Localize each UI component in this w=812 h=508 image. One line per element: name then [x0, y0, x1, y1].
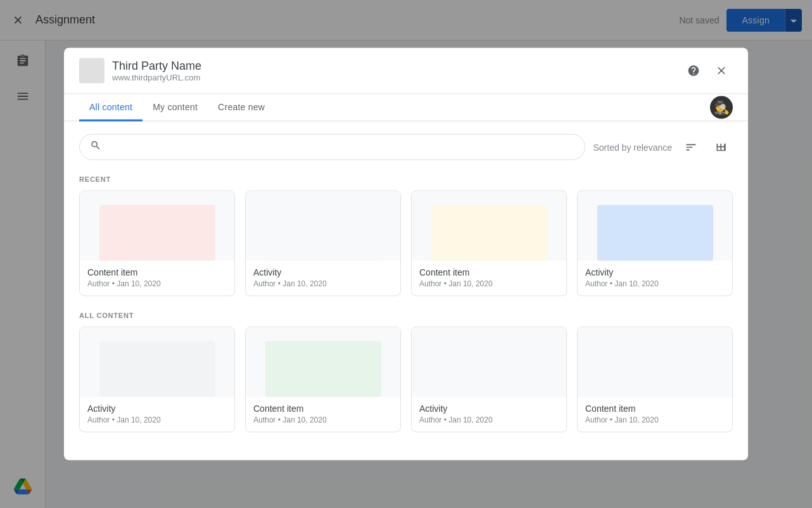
card-thumb-inner: [265, 205, 381, 261]
content-grid-0: Content itemAuthor • Jan 10, 2020Activit…: [79, 191, 733, 296]
card-title: Activity: [87, 403, 227, 414]
card-thumbnail: [412, 191, 566, 261]
card-thumbnail: [412, 327, 566, 397]
provider-logo: [79, 58, 105, 84]
modal-body: Sorted by relevance RECENTContent itemAu…: [64, 122, 748, 460]
card-thumbnail: [80, 327, 234, 397]
card-info: Content itemAuthor • Jan 10, 2020: [412, 261, 566, 296]
card-info: Content itemAuthor • Jan 10, 2020: [578, 397, 732, 432]
card-thumbnail: [578, 327, 732, 397]
section-label-0: RECENT: [79, 175, 733, 183]
card-thumbnail: [246, 191, 400, 261]
card-meta: Author • Jan 10, 2020: [419, 416, 559, 424]
card-thumbnail: [80, 191, 234, 261]
section-0: RECENTContent itemAuthor • Jan 10, 2020A…: [79, 175, 733, 296]
card-thumbnail: [578, 191, 732, 261]
sort-label: Sorted by relevance: [593, 142, 672, 152]
modal-header: Third Party Name www.thirdpartyURL.com: [64, 48, 748, 94]
card-title: Activity: [253, 267, 393, 277]
content-grid-1: ActivityAuthor • Jan 10, 2020Content ite…: [79, 327, 733, 433]
modal-tabs: All content My content Create new 🕵️: [64, 94, 748, 122]
search-input[interactable]: [106, 142, 574, 152]
card-meta: Author • Jan 10, 2020: [585, 279, 725, 288]
sections-container: RECENTContent itemAuthor • Jan 10, 2020A…: [79, 175, 733, 433]
card-info: ActivityAuthor • Jan 10, 2020: [412, 397, 566, 432]
help-button[interactable]: [682, 60, 705, 82]
card-thumb-inner: [597, 341, 713, 397]
content-card[interactable]: ActivityAuthor • Jan 10, 2020: [245, 191, 401, 296]
provider-info: Third Party Name www.thirdpartyURL.com: [112, 60, 682, 82]
content-card[interactable]: ActivityAuthor • Jan 10, 2020: [577, 191, 733, 296]
card-thumb-inner: [597, 205, 713, 261]
card-title: Activity: [419, 403, 559, 414]
content-card[interactable]: ActivityAuthor • Jan 10, 2020: [411, 327, 567, 433]
section-1: ALL CONTENTActivityAuthor • Jan 10, 2020…: [79, 312, 733, 433]
user-avatar[interactable]: 🕵️: [710, 96, 733, 119]
search-bar-row: Sorted by relevance: [79, 134, 733, 160]
card-info: Content itemAuthor • Jan 10, 2020: [246, 397, 400, 432]
content-card[interactable]: ActivityAuthor • Jan 10, 2020: [79, 327, 235, 433]
modal-close-button[interactable]: [710, 60, 733, 82]
tab-all-content[interactable]: All content: [79, 94, 143, 122]
card-title: Content item: [585, 403, 725, 414]
card-info: ActivityAuthor • Jan 10, 2020: [80, 397, 234, 432]
content-card[interactable]: Content itemAuthor • Jan 10, 2020: [411, 191, 567, 296]
modal: Third Party Name www.thirdpartyURL.com A…: [64, 48, 748, 460]
grid-list-icon-button[interactable]: [710, 136, 733, 158]
search-bar: [79, 134, 585, 160]
content-card[interactable]: Content itemAuthor • Jan 10, 2020: [577, 327, 733, 433]
tab-my-content[interactable]: My content: [143, 94, 208, 122]
search-icon: [90, 140, 101, 155]
card-title: Content item: [419, 267, 559, 277]
card-info: Content itemAuthor • Jan 10, 2020: [80, 261, 234, 296]
provider-name: Third Party Name: [112, 60, 682, 73]
card-meta: Author • Jan 10, 2020: [585, 416, 725, 424]
provider-url: www.thirdpartyURL.com: [112, 73, 682, 82]
modal-header-actions: [682, 60, 733, 82]
card-meta: Author • Jan 10, 2020: [253, 416, 393, 424]
card-title: Activity: [585, 267, 725, 277]
card-info: ActivityAuthor • Jan 10, 2020: [246, 261, 400, 296]
card-title: Content item: [253, 403, 393, 414]
card-thumb-inner: [99, 205, 215, 261]
card-meta: Author • Jan 10, 2020: [253, 279, 393, 288]
card-thumbnail: [246, 327, 400, 397]
card-info: ActivityAuthor • Jan 10, 2020: [578, 261, 732, 296]
content-card[interactable]: Content itemAuthor • Jan 10, 2020: [245, 327, 401, 433]
card-thumb-inner: [99, 341, 215, 397]
card-thumb-inner: [431, 341, 547, 397]
card-meta: Author • Jan 10, 2020: [419, 279, 559, 288]
card-title: Content item: [87, 267, 227, 277]
card-meta: Author • Jan 10, 2020: [87, 416, 227, 424]
card-thumb-inner: [431, 205, 547, 261]
card-meta: Author • Jan 10, 2020: [87, 279, 227, 288]
content-card[interactable]: Content itemAuthor • Jan 10, 2020: [79, 191, 235, 296]
card-thumb-inner: [265, 341, 381, 397]
section-label-1: ALL CONTENT: [79, 312, 733, 319]
tab-create-new[interactable]: Create new: [208, 94, 275, 122]
sort-icon-button[interactable]: [680, 136, 702, 158]
